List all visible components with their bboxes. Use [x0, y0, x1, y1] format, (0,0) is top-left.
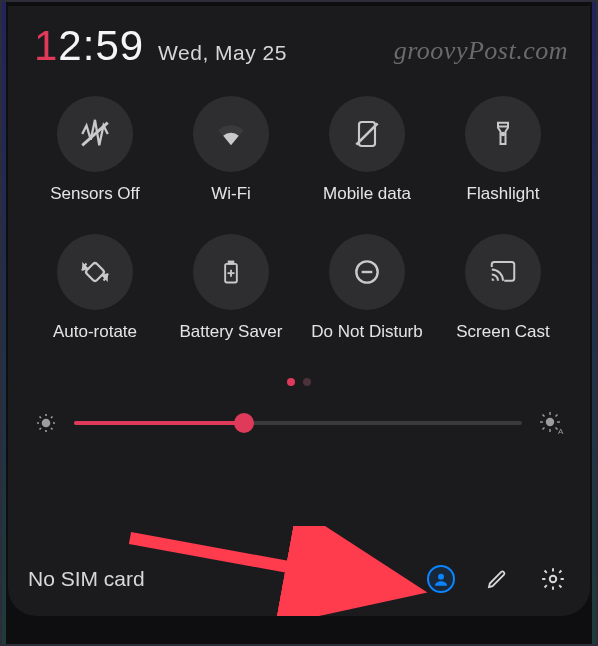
user-profile-button[interactable] — [424, 562, 458, 596]
user-icon — [427, 565, 455, 593]
settings-button[interactable] — [536, 562, 570, 596]
svg-line-18 — [51, 428, 53, 430]
date-label[interactable]: Wed, May 25 — [158, 41, 287, 65]
tile-label: Wi-Fi — [211, 184, 251, 204]
do-not-disturb-icon — [329, 234, 405, 310]
svg-point-12 — [43, 420, 50, 427]
clock-hour-accent: 1 — [34, 22, 58, 69]
brightness-auto-icon[interactable]: A — [538, 410, 564, 436]
svg-line-20 — [51, 417, 53, 419]
svg-text:A: A — [558, 427, 564, 436]
svg-rect-5 — [85, 262, 105, 282]
svg-rect-7 — [229, 262, 234, 264]
svg-line-29 — [556, 415, 558, 417]
tile-sensors-off[interactable]: Sensors Off — [32, 96, 158, 204]
svg-line-28 — [543, 428, 545, 430]
brightness-low-icon — [34, 411, 58, 435]
tile-label: Auto-rotate — [53, 322, 137, 342]
tile-label: Sensors Off — [50, 184, 139, 204]
tile-auto-rotate[interactable]: Auto-rotate — [32, 234, 158, 342]
flashlight-icon — [465, 96, 541, 172]
tile-label: Screen Cast — [456, 322, 550, 342]
svg-point-4 — [502, 133, 505, 136]
battery-saver-icon — [193, 234, 269, 310]
page-dot-1 — [287, 378, 295, 386]
gear-icon — [540, 566, 566, 592]
edit-tiles-button[interactable] — [480, 562, 514, 596]
page-dot-2 — [303, 378, 311, 386]
svg-point-21 — [547, 419, 554, 426]
svg-line-19 — [40, 428, 42, 430]
tile-do-not-disturb[interactable]: Do Not Disturb — [304, 234, 430, 342]
quick-settings-grid: Sensors Off Wi-Fi Mobile data — [28, 84, 570, 342]
sensors-off-icon — [57, 96, 133, 172]
brightness-slider[interactable] — [74, 408, 522, 438]
brightness-row: A — [28, 408, 570, 438]
pencil-icon — [485, 567, 509, 591]
wifi-icon — [193, 96, 269, 172]
tile-label: Do Not Disturb — [311, 322, 422, 342]
sim-status-text: No SIM card — [28, 567, 402, 591]
quick-settings-panel: 12:59 Wed, May 25 groovyPost.com Sensors… — [8, 6, 590, 616]
tile-flashlight[interactable]: Flashlight — [440, 96, 566, 204]
mobile-data-icon — [329, 96, 405, 172]
auto-rotate-icon — [57, 234, 133, 310]
tile-wifi[interactable]: Wi-Fi — [168, 96, 294, 204]
tile-label: Mobile data — [323, 184, 411, 204]
tile-battery-saver[interactable]: Battery Saver — [168, 234, 294, 342]
clock: 12:59 — [34, 22, 144, 70]
slider-thumb[interactable] — [234, 413, 254, 433]
svg-line-26 — [543, 415, 545, 417]
clock-rest: 2:59 — [58, 22, 144, 69]
tile-screen-cast[interactable]: Screen Cast — [440, 234, 566, 342]
slider-fill — [74, 421, 244, 425]
svg-point-31 — [438, 574, 444, 580]
page-indicator — [28, 378, 570, 386]
watermark-text: groovyPost.com — [394, 36, 568, 66]
svg-line-17 — [40, 417, 42, 419]
tile-label: Flashlight — [467, 184, 540, 204]
tile-mobile-data[interactable]: Mobile data — [304, 96, 430, 204]
tile-label: Battery Saver — [180, 322, 283, 342]
screen-cast-icon — [465, 234, 541, 310]
svg-point-32 — [550, 576, 557, 583]
footer-row: No SIM card — [28, 562, 570, 596]
